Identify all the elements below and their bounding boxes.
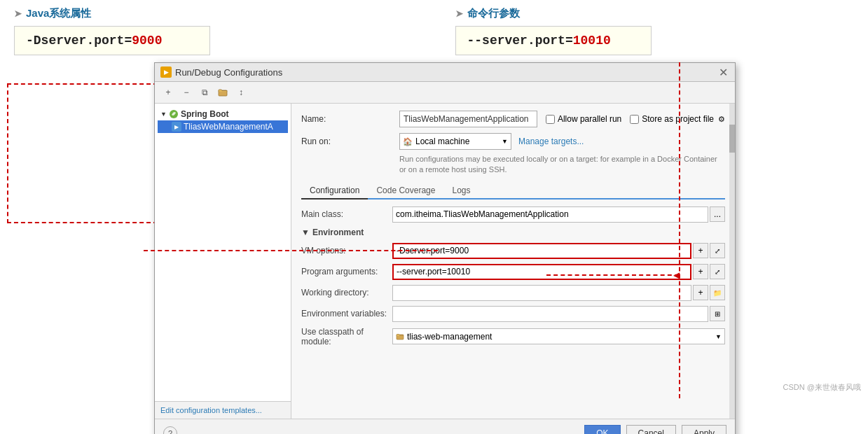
dashed-box-left [7, 83, 158, 223]
store-project-checkbox[interactable] [630, 115, 639, 124]
cmd-args-annotation: ➤ 命令行参数 --server.port=10010 [413, 7, 855, 55]
vm-options-label: VM options: [301, 246, 392, 255]
allow-parallel-check[interactable]: Allow parallel run [546, 114, 621, 124]
cmd-args-code-box: --server.port=10010 [455, 26, 652, 55]
scrollbar[interactable] [729, 104, 735, 419]
dialog-title-left: ▶ Run/Debug Configurations [160, 66, 282, 78]
program-args-input[interactable] [392, 264, 691, 280]
manage-targets-link[interactable]: Manage targets... [518, 136, 584, 146]
java-props-annotation: ➤ Java系统属性 -Dserver.port=9000 [14, 7, 413, 55]
collapse-icon: ▼ [160, 111, 167, 118]
store-project-check[interactable]: Store as project file ⚙ [630, 114, 725, 124]
dialog-close-button[interactable]: ✕ [717, 66, 729, 78]
working-dir-label: Working directory: [301, 288, 392, 298]
arrow-icon-2: ➤ [455, 8, 463, 19]
dialog-body: ▼ Spring Boot ▶ TliasWebManagementA Edit… [155, 104, 735, 419]
help-button[interactable]: ? [163, 426, 177, 434]
name-input[interactable] [399, 111, 537, 127]
top-annotation-area: ➤ Java系统属性 -Dserver.port=9000 ➤ 命令行参数 --… [0, 0, 868, 62]
main-area: ▶ Run/Debug Configurations ✕ + − ⧉ ↕ [0, 62, 868, 398]
vm-options-expand-button[interactable]: ⤢ [710, 243, 725, 258]
classpath-select[interactable]: tlias-web-management ▼ [392, 328, 725, 344]
vm-options-input[interactable] [392, 243, 691, 259]
environment-section-header[interactable]: ▼ Environment [301, 227, 725, 237]
toolbar-sort-button[interactable]: ↕ [233, 85, 249, 100]
env-vars-input[interactable] [392, 306, 708, 322]
program-args-row: Program arguments: + ⤢ [301, 264, 725, 280]
run-on-row: Run on: 🏠 Local machine ▼ Manage targets… [301, 133, 725, 150]
main-class-row: Main class: ... [301, 206, 725, 223]
collapse-env-icon: ▼ [301, 227, 310, 237]
spring-boot-group-label[interactable]: ▼ Spring Boot [158, 108, 288, 120]
toolbar-copy-button[interactable]: ⧉ [197, 85, 212, 100]
toolbar-remove-button[interactable]: − [179, 85, 194, 100]
arrow-icon: ➤ [14, 8, 22, 19]
working-dir-input[interactable] [392, 285, 691, 301]
dialog-icon: ▶ [160, 66, 172, 78]
working-dir-add-button[interactable]: + [693, 285, 708, 300]
tabs-row: Configuration Code Coverage Logs [301, 183, 725, 200]
hint-text: Run configurations may be executed local… [399, 154, 725, 176]
main-class-label: Main class: [301, 209, 392, 219]
module-icon [396, 332, 404, 341]
cmd-args-title: ➤ 命令行参数 [455, 7, 855, 20]
spring-boot-icon [169, 109, 179, 119]
spring-boot-group: ▼ Spring Boot ▶ TliasWebManagementA [155, 106, 291, 134]
home-icon: 🏠 [403, 137, 413, 146]
run-on-label: Run on: [301, 136, 399, 146]
allow-parallel-checkbox[interactable] [546, 115, 555, 124]
toolbar-add-button[interactable]: + [160, 85, 176, 100]
env-vars-label: Environment variables: [301, 309, 392, 318]
tab-configuration[interactable]: Configuration [301, 183, 368, 200]
tab-logs[interactable]: Logs [443, 183, 478, 198]
chevron-down-icon: ▼ [502, 138, 508, 145]
program-args-expand-button[interactable]: ⤢ [710, 264, 725, 279]
java-props-code-box: -Dserver.port=9000 [14, 26, 210, 55]
toolbar-folder-button[interactable] [215, 85, 230, 100]
program-args-label: Program arguments: [301, 267, 392, 276]
working-dir-row: Working directory: + 📁 [301, 285, 725, 301]
left-panel [14, 62, 175, 398]
env-vars-row: Environment variables: ⊞ [301, 306, 725, 322]
main-class-browse-button[interactable]: ... [710, 206, 725, 222]
dialog-footer: ? OK Cancel Apply [155, 419, 735, 434]
program-args-add-button[interactable]: + [693, 264, 708, 279]
scrollbar-thumb[interactable] [729, 125, 735, 153]
run-on-select[interactable]: 🏠 Local machine ▼ [399, 133, 511, 150]
env-vars-browse-button[interactable]: ⊞ [710, 306, 725, 321]
tree-panel: ▼ Spring Boot ▶ TliasWebManagementA Edit… [155, 104, 291, 419]
vm-options-row: VM options: + ⤢ [301, 243, 725, 259]
dialog-title-text: Run/Debug Configurations [175, 67, 282, 78]
working-dir-browse-button[interactable]: 📁 [710, 285, 725, 300]
edit-templates-link[interactable]: Edit configuration templates... [155, 401, 291, 419]
settings-icon: ⚙ [718, 115, 725, 124]
dialog-titlebar: ▶ Run/Debug Configurations ✕ [155, 63, 735, 82]
dialog-toolbar: + − ⧉ ↕ [155, 82, 735, 104]
ok-button[interactable]: OK [584, 425, 620, 434]
run-debug-dialog: ▶ Run/Debug Configurations ✕ + − ⧉ ↕ [154, 62, 736, 434]
apply-button[interactable]: Apply [682, 425, 726, 434]
config-panel: Name: Allow parallel run Store as projec… [291, 104, 735, 419]
java-props-title: ➤ Java系统属性 [14, 7, 413, 20]
cancel-button[interactable]: Cancel [626, 425, 676, 434]
name-row: Name: Allow parallel run Store as projec… [301, 111, 725, 127]
classpath-row: Use classpath of module: tlias-web-manag… [301, 327, 725, 346]
name-label: Name: [301, 114, 399, 124]
classpath-label: Use classpath of module: [301, 327, 392, 346]
classpath-chevron-icon: ▼ [715, 333, 722, 340]
watermark: CSDN @来世做春风哦 [783, 382, 861, 393]
run-on-value: Local machine [415, 136, 469, 146]
vm-options-add-button[interactable]: + [693, 243, 708, 258]
main-class-input[interactable] [392, 206, 708, 223]
tab-code-coverage[interactable]: Code Coverage [368, 183, 443, 198]
tree-selected-item[interactable]: ▶ TliasWebManagementA [158, 120, 288, 133]
app-icon: ▶ [172, 122, 181, 132]
